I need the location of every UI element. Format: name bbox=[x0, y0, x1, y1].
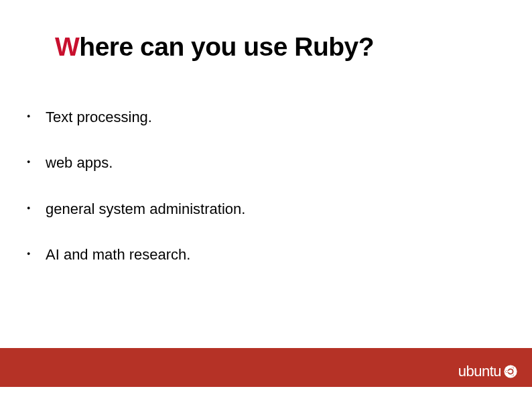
footer-band bbox=[0, 348, 532, 387]
ubuntu-icon bbox=[504, 365, 517, 378]
svg-point-3 bbox=[506, 371, 508, 373]
list-item-text: web apps. bbox=[46, 154, 113, 171]
title-rest: here can you use Ruby? bbox=[79, 32, 374, 61]
title-accent-letter: W bbox=[55, 32, 79, 61]
logo-text: ubuntu bbox=[458, 363, 501, 380]
list-item: general system administration. bbox=[20, 201, 245, 218]
list-item-text: general system administration. bbox=[46, 201, 245, 217]
list-item-text: AI and math research. bbox=[46, 246, 190, 263]
list-item-text: Text processing. bbox=[46, 109, 152, 125]
bullet-list: Text processing. web apps. general syste… bbox=[20, 109, 245, 292]
ubuntu-logo: ubuntu bbox=[458, 363, 517, 380]
list-item: Text processing. bbox=[20, 109, 245, 126]
list-item: AI and math research. bbox=[20, 246, 245, 264]
svg-rect-8 bbox=[508, 371, 509, 372]
slide-title: Where can you use Ruby? bbox=[55, 32, 374, 62]
list-item: web apps. bbox=[20, 154, 245, 172]
